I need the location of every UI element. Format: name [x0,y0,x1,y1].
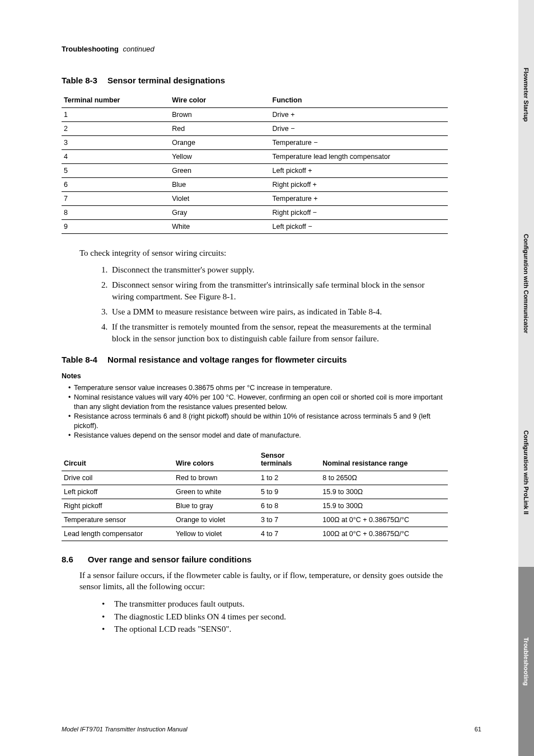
table-cell: Temperature − [270,136,448,150]
table-cell: Drive − [270,122,448,136]
side-tab[interactable]: Flowmeter Startup [518,0,534,189]
side-tab[interactable]: Configuration with ProLink II [518,378,534,567]
running-head-title: Troubleshooting [62,45,119,53]
table-cell: 3 to 7 [259,513,320,527]
table-cell: 1 to 2 [259,471,320,485]
table-cell: 2 [62,122,170,136]
table-cell: Yellow to violet [174,527,259,541]
table-cell: Drive + [270,108,448,122]
col-function: Function [270,93,448,108]
section-8-6-heading: 8.6Over range and sensor failure conditi… [62,555,448,564]
section-8-6-para: If a sensor failure occurs, if the flowm… [79,570,448,593]
side-tab[interactable]: Configuration with Communicator [518,189,534,378]
table-row: 3OrangeTemperature − [62,136,448,150]
table-cell: Right pickoff + [270,178,448,192]
step-item: Disconnect the transmitter's power suppl… [110,264,448,276]
table-8-4-number: Table 8-4 [62,355,97,364]
table-cell: Right pickoff [62,499,174,513]
step-item: Disconnect sensor wiring from the transm… [110,279,448,303]
section-title: Over range and sensor failure conditions [88,555,252,564]
table-cell: Violet [170,192,270,206]
table-cell: 6 to 8 [259,499,320,513]
table-8-4-caption: Table 8-4Normal resistance and voltage r… [62,355,448,364]
note-item: Temperature sensor value increases 0.386… [68,383,448,393]
bullet-item: The transmitter produces fault outputs. [102,598,448,611]
table-cell: 7 [62,192,170,206]
footer-page-number: 61 [475,726,481,732]
table-cell: 5 to 9 [259,485,320,499]
table-cell: 8 to 2650Ω [320,471,448,485]
table-row: Lead length compensatorYellow to violet4… [62,527,448,541]
table-cell: Green to white [174,485,259,499]
page-footer: Model IFT9701 Transmitter Instruction Ma… [62,726,481,732]
col-wire-colors: Wire colors [174,448,259,471]
table-cell: Left pickoff − [270,220,448,234]
table-8-4: Circuit Wire colors Sensorterminals Nomi… [62,448,448,541]
table-cell: 15.9 to 300Ω [320,485,448,499]
side-tab[interactable]: Troubleshooting [518,567,534,756]
footer-manual-title: Model IFT9701 Transmitter Instruction Ma… [62,726,188,732]
table-cell: Brown [170,108,270,122]
table-cell: Drive coil [62,471,174,485]
col-wire-color: Wire color [170,93,270,108]
table-cell: Yellow [170,150,270,164]
table-cell: Left pickoff [62,485,174,499]
table-cell: 9 [62,220,170,234]
section-8-6-bullets: The transmitter produces fault outputs.T… [102,598,448,636]
note-item: Nominal resistance values will vary 40% … [68,393,448,412]
table-row: 9WhiteLeft pickoff − [62,220,448,234]
col-nominal-resistance: Nominal resistance range [320,448,448,471]
table-row: 2RedDrive − [62,122,448,136]
table-cell: Gray [170,206,270,220]
table-cell: Orange to violet [174,513,259,527]
table-cell: Orange [170,136,270,150]
table-8-3-number: Table 8-3 [62,76,97,85]
table-cell: 1 [62,108,170,122]
table-header-row: Circuit Wire colors Sensorterminals Nomi… [62,448,448,471]
col-circuit: Circuit [62,448,174,471]
table-row: 8GrayRight pickoff − [62,206,448,220]
table-cell: Temperature lead length compensator [270,150,448,164]
table-cell: Temperature + [270,192,448,206]
step-item: If the transmitter is remotely mounted f… [110,321,448,345]
col-sensor-terminals: Sensorterminals [259,448,320,471]
col-terminal-number: Terminal number [62,93,170,108]
table-cell: Left pickoff + [270,164,448,178]
table-cell: 100Ω at 0°C + 0.38675Ω/°C [320,513,448,527]
table-row: Drive coilRed to brown1 to 28 to 2650Ω [62,471,448,485]
table-row: 5GreenLeft pickoff + [62,164,448,178]
table-cell: 100Ω at 0°C + 0.38675Ω/°C [320,527,448,541]
note-item: Resistance values depend on the sensor m… [68,431,448,440]
table-cell: White [170,220,270,234]
table-cell: 15.9 to 300Ω [320,499,448,513]
section-number: 8.6 [62,555,73,564]
table-row: 4YellowTemperature lead length compensat… [62,150,448,164]
side-tabs: Flowmeter StartupConfiguration with Comm… [518,0,534,756]
note-item: Resistance across terminals 6 and 8 (rig… [68,412,448,431]
running-head-continued: continued [123,45,154,53]
table-cell: Blue to gray [174,499,259,513]
table-header-row: Terminal number Wire color Function [62,93,448,108]
table-row: 1BrownDrive + [62,108,448,122]
table-cell: 3 [62,136,170,150]
table-row: 6BlueRight pickoff + [62,178,448,192]
bullet-item: The optional LCD reads "SENS0". [102,623,448,636]
table-cell: 6 [62,178,170,192]
table-8-3-title: Sensor terminal designations [107,76,225,85]
notes-list: Temperature sensor value increases 0.386… [68,383,448,440]
table-cell: Blue [170,178,270,192]
intro-check-wiring: To check integrity of sensor wiring circ… [79,247,448,259]
notes-heading: Notes [62,372,448,380]
table-row: Left pickoffGreen to white5 to 915.9 to … [62,485,448,499]
steps-list: Disconnect the transmitter's power suppl… [110,264,448,345]
table-cell: 4 to 7 [259,527,320,541]
table-8-4-title: Normal resistance and voltage ranges for… [107,355,347,364]
table-row: Temperature sensorOrange to violet3 to 7… [62,513,448,527]
step-item: Use a DMM to measure resistance between … [110,306,448,318]
table-cell: 4 [62,150,170,164]
table-8-3-caption: Table 8-3Sensor terminal designations [62,76,448,85]
table-row: 7VioletTemperature + [62,192,448,206]
table-cell: Red [170,122,270,136]
table-cell: 5 [62,164,170,178]
table-row: Right pickoffBlue to gray6 to 815.9 to 3… [62,499,448,513]
